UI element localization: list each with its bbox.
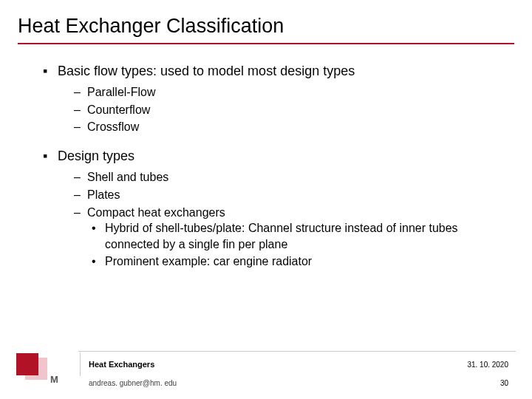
dash-icon: – (74, 119, 87, 135)
content-area: ▪Basic flow types: used to model most de… (43, 62, 508, 271)
footer-date: 31. 10. 2020 (467, 361, 508, 369)
item-text: Shell and tubes (87, 171, 168, 183)
item-text: Plates (87, 188, 120, 201)
title-underline (18, 43, 514, 44)
list-item: –Shell and tubes (74, 169, 508, 185)
item-text: Compact heat exchangers (87, 206, 225, 219)
list-item: –Counterflow (74, 102, 508, 118)
footer-vertical-divider (80, 352, 81, 376)
item-text: Hybrid of shell-tubes/plate: Channel str… (105, 222, 458, 250)
item-text: Crossflow (87, 120, 139, 133)
dash-icon: – (74, 84, 87, 100)
slide-title: Heat Exchanger Classification (18, 15, 284, 38)
logo-square-front-icon (16, 353, 38, 375)
list-item: –Compact heat exchangers Hybrid of shell… (74, 205, 508, 270)
sublist-basic-flow: –Parallel-Flow –Counterflow –Crossflow (74, 84, 508, 135)
item-text: Prominent example: car engine radiator (105, 255, 312, 267)
item-text: Counterflow (87, 103, 150, 116)
list-item: –Crossflow (74, 119, 508, 135)
slide: Heat Exchanger Classification ▪Basic flo… (0, 0, 532, 399)
footer-subject: Heat Exchangers (89, 360, 154, 369)
list-item: Hybrid of shell-tubes/plate: Channel str… (92, 220, 508, 252)
list-item: Prominent example: car engine radiator (92, 253, 508, 270)
logo-letter: M (50, 374, 58, 385)
bullet-basic-flow: ▪Basic flow types: used to model most de… (43, 62, 508, 80)
list-item: –Parallel-Flow (74, 84, 508, 100)
bullet-text: Design types (58, 149, 134, 163)
dash-icon: – (74, 102, 87, 118)
dash-icon: – (74, 169, 87, 185)
sublist-design-types: –Shell and tubes –Plates –Compact heat e… (74, 169, 508, 270)
bullet-design-types: ▪Design types (43, 147, 508, 165)
bullet-text: Basic flow types: used to model most des… (58, 64, 355, 78)
dash-icon: – (74, 205, 87, 221)
footer-email: andreas. gubner@hm. edu (89, 379, 177, 387)
square-bullet-icon: ▪ (43, 62, 58, 80)
square-bullet-icon: ▪ (43, 147, 58, 165)
item-text: Parallel-Flow (87, 86, 155, 98)
footer-page-number: 30 (500, 379, 508, 387)
sublist-compact: Hybrid of shell-tubes/plate: Channel str… (92, 220, 508, 270)
logo: M (16, 353, 59, 390)
footer-divider (78, 351, 516, 352)
list-item: –Plates (74, 187, 508, 203)
dash-icon: – (74, 187, 87, 203)
